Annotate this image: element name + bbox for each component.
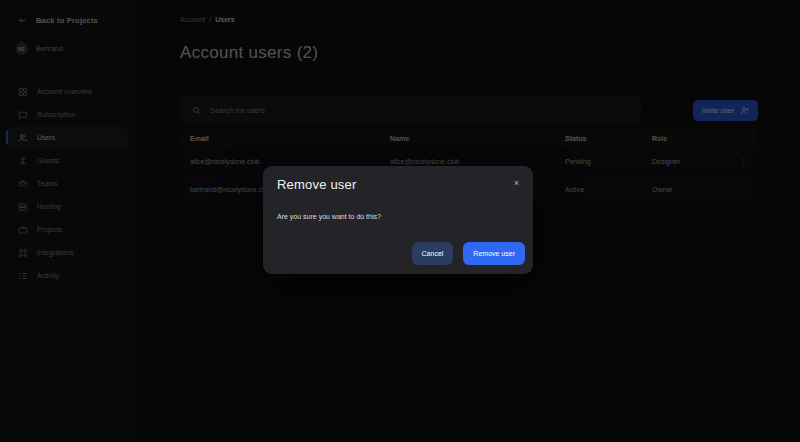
modal-title: Remove user <box>277 177 525 192</box>
cancel-button[interactable]: Cancel <box>412 242 454 265</box>
close-icon[interactable]: × <box>512 177 521 190</box>
modal-body-text: Are you sure you want to do this? <box>277 213 525 220</box>
modal-footer: Cancel Remove user <box>412 242 525 265</box>
remove-user-confirm-button[interactable]: Remove user <box>463 242 525 265</box>
remove-user-modal: Remove user × Are you sure you want to d… <box>263 166 533 274</box>
